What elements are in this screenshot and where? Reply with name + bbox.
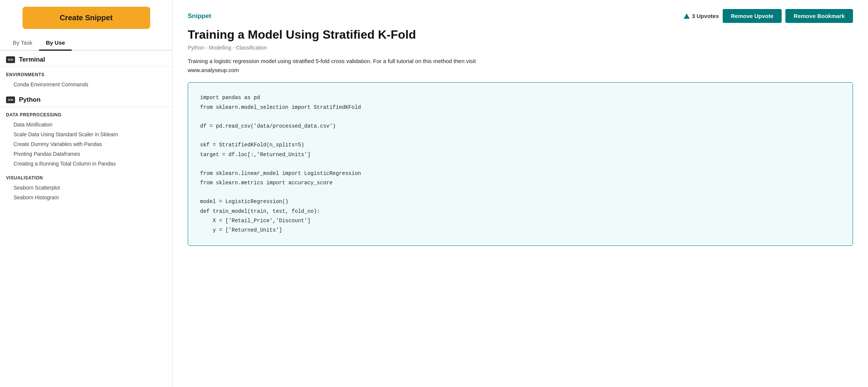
sidebar-link-dummy-variables[interactable]: Create Dummy Variables with Pandas	[6, 139, 166, 149]
snippet-title: Training a Model Using Stratified K-Fold	[188, 27, 853, 42]
remove-upvote-button[interactable]: Remove Upvote	[723, 9, 782, 23]
tab-by-task[interactable]: By Task	[6, 36, 39, 51]
tab-by-use[interactable]: By Use	[39, 36, 72, 51]
upvote-count: 3 Upvotes	[684, 13, 719, 19]
snippet-header: Snippet 3 Upvotes Remove Upvote Remove B…	[188, 9, 853, 23]
environments-category: ENVIRONMENTS Conda Environment Commands	[0, 67, 172, 91]
python-terminal-icon: >=	[6, 96, 15, 103]
sidebar-link-conda[interactable]: Conda Environment Commands	[6, 80, 166, 89]
python-section-title[interactable]: Python	[19, 96, 41, 104]
snippet-tags: Python - Modelling - Classification	[188, 45, 853, 51]
sidebar-link-data-minification[interactable]: Data Minification	[6, 120, 166, 130]
data-preprocessing-category: DATA PREPROCESSING Data Minification Sca…	[0, 107, 172, 170]
terminal-icon: >=	[6, 56, 15, 63]
sidebar-link-scale-data[interactable]: Scale Data Using Standard Scaler in Skle…	[6, 130, 166, 139]
sidebar-link-running-total[interactable]: Creating a Running Total Column in Panda…	[6, 159, 166, 169]
code-block: import pandas as pd from sklearn.model_s…	[188, 82, 853, 246]
snippet-description: Training a logistic regression model usi…	[188, 57, 526, 75]
main-content: Snippet 3 Upvotes Remove Upvote Remove B…	[173, 0, 868, 387]
sidebar: Create Snippet By Task By Use >= Termina…	[0, 0, 173, 387]
remove-bookmark-button[interactable]: Remove Bookmark	[785, 9, 853, 23]
snippet-actions: 3 Upvotes Remove Upvote Remove Bookmark	[684, 9, 853, 23]
environments-category-label: ENVIRONMENTS	[6, 72, 166, 77]
upvotes-text: 3 Upvotes	[692, 13, 719, 19]
sidebar-link-seaborn-scatter[interactable]: Seaborn Scatterplot	[6, 183, 166, 193]
sidebar-link-pivoting[interactable]: Pivoting Pandas Dataframes	[6, 149, 166, 159]
terminal-section-title[interactable]: Terminal	[19, 56, 45, 63]
tab-bar: By Task By Use	[0, 36, 172, 51]
python-section-header: >= Python	[0, 91, 172, 107]
snippet-label: Snippet	[188, 12, 211, 20]
data-preprocessing-label: DATA PREPROCESSING	[6, 112, 166, 117]
visualisation-category: VISUALISATION Seaborn Scatterplot Seabor…	[0, 170, 172, 204]
visualisation-label: VISUALISATION	[6, 175, 166, 181]
sidebar-link-seaborn-histogram[interactable]: Seaborn Histogram	[6, 193, 166, 202]
upvote-triangle-icon	[684, 14, 690, 19]
create-snippet-button[interactable]: Create Snippet	[23, 7, 150, 29]
terminal-section-header: >= Terminal	[0, 51, 172, 67]
